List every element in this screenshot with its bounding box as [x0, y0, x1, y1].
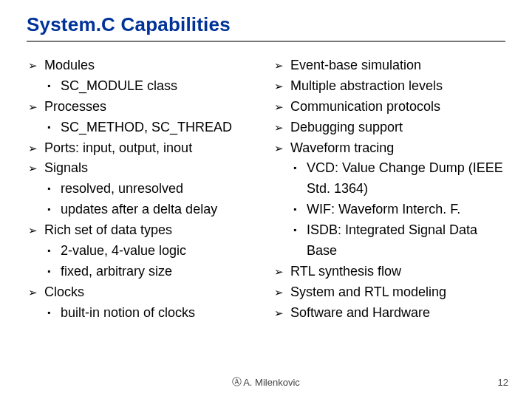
list-item: Multiple abstraction levels: [273, 76, 505, 97]
item-label: Signals: [44, 160, 88, 175]
author-name: A. Milenkovic: [243, 377, 300, 388]
item-label: Processes: [44, 99, 106, 114]
sub-label: ISDB: Integrated Signal Data Base: [307, 222, 477, 258]
sub-item: VCD: Value Change Dump (IEEE Std. 1364): [290, 158, 505, 200]
list-item: Ports: input, output, inout: [27, 138, 259, 159]
item-label: Event-base simulation: [290, 58, 421, 72]
copyright-icon: Ⓐ: [232, 375, 242, 389]
right-column: Event-base simulation Multiple abstracti…: [273, 55, 505, 324]
item-label: Debugging support: [290, 120, 403, 134]
sub-item: updates after a delta delay: [44, 200, 259, 220]
sub-item: resolved, unresolved: [44, 179, 259, 200]
sub-item: SC_METHOD, SC_THREAD: [44, 117, 259, 138]
left-list: Modules SC_MODULE class Processes SC_MET…: [27, 55, 259, 324]
list-item: Debugging support: [273, 117, 505, 138]
sub-item: ISDB: Integrated Signal Data Base: [290, 220, 505, 262]
sub-list: resolved, unresolved updates after a del…: [44, 179, 259, 220]
left-column: Modules SC_MODULE class Processes SC_MET…: [27, 55, 259, 324]
list-item: RTL synthesis flow: [273, 262, 505, 282]
list-item: System and RTL modeling: [273, 282, 505, 303]
sub-label: updates after a delta delay: [61, 202, 217, 216]
list-item: Modules SC_MODULE class: [27, 55, 259, 97]
sub-label: resolved, unresolved: [61, 181, 183, 196]
sub-label: 2-value, 4-value logic: [61, 243, 186, 258]
slide: System.C Capabilities Modules SC_MODULE …: [0, 0, 532, 399]
list-item: Waveform tracing VCD: Value Change Dump …: [273, 138, 505, 262]
title-divider: [27, 41, 505, 42]
item-label: Ports: input, output, inout: [44, 140, 192, 155]
sub-item: fixed, arbitrary size: [44, 262, 259, 282]
sub-label: SC_MODULE class: [61, 78, 177, 93]
item-label: RTL synthesis flow: [290, 264, 401, 279]
list-item: Signals resolved, unresolved updates aft…: [27, 158, 259, 220]
list-item: Event-base simulation: [273, 55, 505, 76]
sub-list: VCD: Value Change Dump (IEEE Std. 1364) …: [290, 158, 505, 261]
list-item: Rich set of data types 2-value, 4-value …: [27, 220, 259, 282]
sub-list: 2-value, 4-value logic fixed, arbitrary …: [44, 241, 259, 282]
sub-item: WIF: Waveform Interch. F.: [290, 200, 505, 220]
sub-list: built-in notion of clocks: [44, 303, 259, 324]
list-item: Software and Hardware: [273, 303, 505, 324]
sub-item: built-in notion of clocks: [44, 303, 259, 324]
sub-label: built-in notion of clocks: [61, 305, 195, 320]
sub-list: SC_METHOD, SC_THREAD: [44, 117, 259, 138]
list-item: Communication protocols: [273, 97, 505, 117]
content-columns: Modules SC_MODULE class Processes SC_MET…: [27, 55, 505, 324]
item-label: Communication protocols: [290, 99, 440, 114]
sub-item: 2-value, 4-value logic: [44, 241, 259, 262]
page-number: 12: [498, 377, 508, 388]
item-label: Clocks: [44, 284, 84, 299]
item-label: Waveform tracing: [290, 140, 394, 155]
item-label: Multiple abstraction levels: [290, 78, 443, 93]
slide-title: System.C Capabilities: [27, 13, 505, 36]
sub-item: SC_MODULE class: [44, 76, 259, 97]
footer-author: Ⓐ A. Milenkovic: [232, 375, 300, 389]
item-label: Modules: [44, 58, 95, 72]
sub-label: WIF: Waveform Interch. F.: [307, 202, 460, 216]
sub-label: SC_METHOD, SC_THREAD: [61, 120, 232, 134]
sub-list: SC_MODULE class: [44, 76, 259, 97]
item-label: System and RTL modeling: [290, 284, 446, 299]
footer: Ⓐ A. Milenkovic 12: [0, 375, 532, 389]
item-label: Software and Hardware: [290, 305, 430, 320]
sub-label: fixed, arbitrary size: [61, 264, 172, 279]
sub-label: VCD: Value Change Dump (IEEE Std. 1364): [307, 160, 503, 196]
item-label: Rich set of data types: [44, 222, 172, 237]
list-item: Clocks built-in notion of clocks: [27, 282, 259, 324]
right-list: Event-base simulation Multiple abstracti…: [273, 55, 505, 324]
list-item: Processes SC_METHOD, SC_THREAD: [27, 97, 259, 138]
